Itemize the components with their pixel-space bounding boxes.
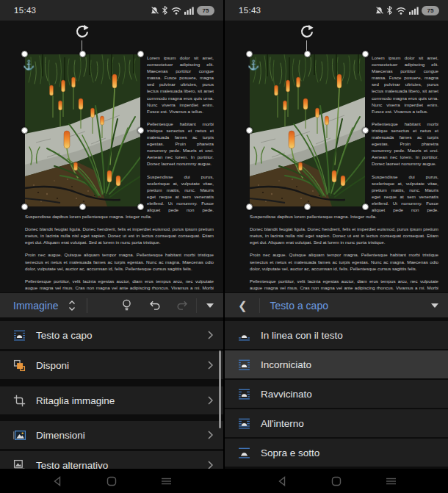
redo-button[interactable] [168, 293, 196, 318]
image-size-icon [13, 429, 26, 442]
flower-photo [250, 54, 365, 206]
menu-item-testo-a-capo[interactable]: Testo a capo [0, 321, 223, 349]
rotate-connector [82, 40, 82, 51]
right-phone-screen: 15:43 75 ⚓ [225, 0, 448, 493]
back-button[interactable]: ❮ [238, 299, 248, 312]
resize-handle-top-middle[interactable] [79, 51, 86, 57]
resize-handle-middle-right[interactable] [137, 127, 144, 134]
resize-handle-bottom-left[interactable] [246, 204, 253, 210]
resize-handle-middle-left[interactable] [21, 127, 28, 134]
menu-item-label: In linea con il testo [261, 330, 438, 341]
resize-handle-bottom-middle[interactable] [304, 204, 311, 210]
chevron-right-icon [208, 331, 213, 339]
menu-item-sopra-e-sotto[interactable]: Sopra e sotto [225, 439, 448, 467]
selected-image[interactable]: ⚓ [25, 54, 140, 206]
doc-paragraph: Donec blandit feugiat ligula. Donec hend… [25, 226, 214, 245]
rotate-handle[interactable] [74, 24, 90, 40]
doc-paragraph: Donec blandit feugiat ligula. Donec hend… [250, 226, 438, 245]
resize-handle-top-right[interactable] [137, 51, 144, 57]
nav-back-button[interactable] [52, 476, 62, 486]
doc-paragraph: Proin nec augue. Quisque aliquam tempor … [25, 251, 214, 271]
wifi-icon [171, 7, 181, 15]
resize-handle-bottom-middle[interactable] [79, 204, 86, 210]
menu-item-label: Ravvicinato [261, 389, 438, 400]
resize-handle-middle-left[interactable] [246, 127, 253, 134]
resize-handle-bottom-left[interactable] [21, 204, 28, 210]
menu-item-ritaglia-immagine[interactable]: Ritaglia immagine [0, 386, 223, 414]
menu-item-disponi[interactable]: Disponi [0, 351, 223, 379]
menu-scrollbar[interactable] [219, 350, 221, 428]
menu-item-label: Testo a capo [36, 330, 198, 341]
chevron-right-icon [208, 461, 213, 469]
collapse-ribbon-button[interactable] [422, 293, 448, 318]
battery-icon: 75 [197, 6, 214, 15]
flower-photo [25, 54, 140, 206]
menu-item-label: Ritaglia immagine [36, 395, 198, 406]
word-document-canvas[interactable]: ⚓ Lorem ipsum dolor sit amet, consectetu… [225, 21, 448, 292]
status-bar: 15:43 75 [0, 0, 223, 21]
bluetooth-icon [386, 6, 393, 15]
ideas-button[interactable] [112, 293, 140, 318]
rotate-connector [306, 40, 307, 51]
menu-item-label: Sopra e sotto [261, 447, 438, 458]
menu-item-ravvicinato[interactable]: Ravvicinato [225, 380, 448, 408]
undo-icon [148, 300, 161, 311]
nav-recents-button[interactable] [161, 477, 172, 486]
redo-icon [176, 300, 189, 311]
lightbulb-icon [121, 299, 132, 312]
selected-image[interactable]: ⚓ [250, 54, 365, 206]
nav-back-button[interactable] [277, 476, 287, 486]
menu-item-testo-alternativo[interactable]: Testo alternativo [0, 451, 223, 469]
arrange-icon [13, 359, 26, 372]
chevron-updown-icon[interactable] [68, 300, 76, 312]
submenu-title: Testo a capo [270, 300, 328, 312]
chevron-right-icon [208, 431, 213, 439]
toolbar-separator [196, 298, 197, 313]
caret-down-icon [206, 303, 214, 308]
text-wrap-menu-sheet: In linea con il testo Incorniciato Ravvi… [225, 317, 448, 469]
wrap-inline-icon [238, 329, 250, 342]
resize-handle-bottom-right[interactable] [137, 204, 144, 210]
wrap-square-icon [13, 329, 26, 342]
resize-handle-top-left[interactable] [246, 51, 253, 57]
wrap-topbottom-icon [238, 447, 250, 459]
status-bar: 15:43 75 [225, 0, 448, 21]
menu-item-allinterno[interactable]: All'interno [225, 409, 448, 437]
anchor-icon: ⚓ [248, 60, 259, 70]
resize-handle-middle-right[interactable] [362, 127, 369, 134]
left-phone-screen: 15:43 75 ⚓ [0, 0, 223, 493]
android-nav-bar [225, 469, 448, 493]
notifications-off-icon [375, 7, 383, 15]
doc-paragraph: Proin nec augue. Quisque aliquam tempor … [250, 251, 438, 271]
resize-handle-top-left[interactable] [21, 51, 28, 57]
picture-menu-sheet: Testo a capo Disponi Ritaglia immagine D… [0, 317, 223, 469]
battery-level: 75 [203, 7, 209, 14]
signal-icon [409, 7, 419, 15]
dual-screenshot: 15:43 75 ⚓ [0, 0, 448, 493]
clock: 15:43 [239, 6, 261, 15]
undo-button[interactable] [140, 293, 168, 318]
resize-handle-bottom-right[interactable] [362, 204, 369, 210]
ribbon-tab-title[interactable]: Immagine [13, 300, 58, 312]
toolbar-separator [259, 298, 260, 313]
nav-home-button[interactable] [106, 476, 117, 486]
notifications-off-icon [151, 7, 159, 15]
nav-home-button[interactable] [331, 476, 342, 486]
collapse-ribbon-button[interactable] [197, 293, 223, 318]
menu-item-in-linea-con-il-testo[interactable]: In linea con il testo [225, 321, 448, 349]
rotate-handle[interactable] [299, 24, 315, 40]
chevron-right-icon [208, 361, 213, 370]
nav-recents-button[interactable] [386, 477, 397, 486]
wifi-icon [396, 7, 406, 15]
battery-level: 75 [427, 7, 434, 14]
resize-handle-top-middle[interactable] [304, 51, 311, 57]
menu-item-dimensioni[interactable]: Dimensioni [0, 421, 223, 449]
wrap-tight-icon [238, 388, 250, 400]
battery-icon: 75 [422, 6, 439, 15]
menu-item-incorniciato[interactable]: Incorniciato [225, 350, 448, 378]
menu-item-label: Disponi [36, 360, 198, 371]
doc-paragraph: Pellentesque porttitor, velit lacinia eg… [250, 278, 438, 292]
word-document-canvas[interactable]: ⚓ Lorem ipsum dolor sit amet, consectetu… [0, 21, 223, 292]
resize-handle-top-right[interactable] [362, 51, 369, 57]
ribbon-toolbar: Immagine [0, 292, 223, 317]
